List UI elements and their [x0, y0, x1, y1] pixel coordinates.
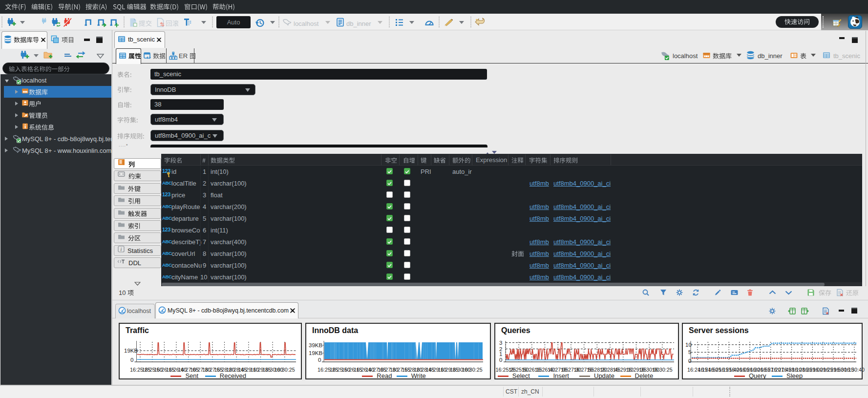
svg-text:i: i [121, 247, 122, 252]
